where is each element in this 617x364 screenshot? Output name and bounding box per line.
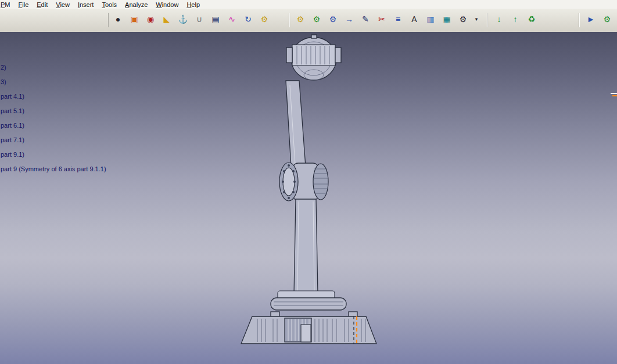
robot-elbow-joint xyxy=(279,163,328,201)
toolbar: ● ▣ ◉ ◣ ⚓ ∪ ▤ ∿ ↻ ⚙ ⚙ ⚙ ⚙ → ✎ ✂ ≡ A ▥ ▦ … xyxy=(0,9,617,33)
robot-wrist-head xyxy=(286,35,341,80)
paperclip-icon[interactable]: ∪ xyxy=(193,13,206,26)
table-grid-icon[interactable]: ▦ xyxy=(440,13,453,26)
gear-time-icon[interactable]: ⚙ xyxy=(327,13,339,26)
machine-gears-icon[interactable]: ⚙ xyxy=(601,13,614,26)
toolbar-separator xyxy=(108,13,109,27)
export-data-icon[interactable]: ↑ xyxy=(509,13,522,26)
anchor-icon[interactable]: ⚓ xyxy=(177,13,189,26)
tree-item[interactable]: part 9.1) xyxy=(1,151,24,158)
toolbar-group-view-tools: ● ▣ ◉ ◣ ⚓ ∪ ▤ ∿ ↻ ⚙ xyxy=(112,13,271,26)
camera-icon[interactable]: ◉ xyxy=(144,13,157,26)
toolbar-separator xyxy=(487,13,487,27)
menu-insert[interactable]: Insert xyxy=(74,1,99,9)
measure-triangle-icon[interactable]: ◣ xyxy=(160,13,173,26)
toolbar-group-right-tools: ► ⚙ xyxy=(584,13,614,26)
gears-icon[interactable]: ⚙ xyxy=(258,13,271,26)
doc-forward-icon[interactable]: → xyxy=(343,13,356,26)
robot-pedestal xyxy=(271,291,346,310)
toolbar-separator xyxy=(579,13,579,27)
storyboard-icon[interactable]: ▤ xyxy=(209,13,222,26)
text-annotation-icon[interactable]: A xyxy=(408,13,421,26)
gear-add-icon[interactable]: ⚙ xyxy=(310,13,323,26)
menu-analyze[interactable]: Analyze xyxy=(121,1,152,9)
tree-item[interactable]: part 7.1) xyxy=(1,136,24,144)
tree-item[interactable]: 3) xyxy=(1,78,6,86)
menu-help[interactable]: Help xyxy=(183,1,205,9)
toolbar-group-data-exchange: ↓ ↑ ♻ xyxy=(493,13,538,26)
curve-trace-icon[interactable]: ∿ xyxy=(225,13,238,26)
robot-column xyxy=(294,199,318,294)
cut-scissors-icon[interactable]: ✂ xyxy=(375,13,388,26)
shaded-sphere-icon[interactable]: ● xyxy=(112,13,124,26)
gear-settings-icon[interactable]: ⚙ xyxy=(457,13,469,26)
edit-pencil-icon[interactable]: ✎ xyxy=(359,13,372,26)
more-dropdown-arrow[interactable]: ▾ xyxy=(473,13,480,26)
menu-view[interactable]: View xyxy=(52,1,74,9)
toolbar-group-process-tools: ⚙ ⚙ ⚙ → ✎ ✂ ≡ A ▥ ▦ ⚙ ▾ xyxy=(294,13,480,26)
view-cube-icon[interactable]: ▣ xyxy=(128,13,141,26)
catia-window: PM File Edit View Insert Tools Analyze W… xyxy=(0,0,617,364)
menu-window[interactable]: Window xyxy=(152,1,183,9)
toolbar-separator xyxy=(289,13,289,27)
import-data-icon[interactable]: ↓ xyxy=(493,13,505,26)
edge-tick-white xyxy=(611,93,617,94)
menu-tools[interactable]: Tools xyxy=(98,1,121,9)
menu-bar: PM File Edit View Insert Tools Analyze W… xyxy=(0,0,617,9)
viewport-3d[interactable]: 2) 3) part 4.1) part 5.1) part 6.1) part… xyxy=(0,32,617,364)
menu-pm[interactable]: PM xyxy=(0,1,15,9)
menu-file[interactable]: File xyxy=(15,1,34,9)
tree-item[interactable]: part 5.1) xyxy=(1,107,24,115)
pointer-tool-icon[interactable]: ► xyxy=(584,13,597,26)
tree-item[interactable]: part 6.1) xyxy=(1,122,24,129)
copy-sheet-icon[interactable]: ▥ xyxy=(424,13,437,26)
refresh-data-icon[interactable]: ♻ xyxy=(525,13,538,26)
tree-item[interactable]: 2) xyxy=(1,64,6,71)
menu-edit[interactable]: Edit xyxy=(33,1,52,9)
spec-tree: 2) 3) part 4.1) part 5.1) part 6.1) part… xyxy=(0,32,151,206)
list-lines-icon[interactable]: ≡ xyxy=(392,13,404,26)
robot-base xyxy=(241,312,376,344)
update-swirl-icon[interactable]: ↻ xyxy=(242,13,254,26)
process-gear-icon[interactable]: ⚙ xyxy=(294,13,307,26)
tree-item[interactable]: part 9 (Symmetry of 6 axis part 9.1.1) xyxy=(1,165,106,173)
edge-tick-orange xyxy=(612,95,617,96)
robot-upper-arm xyxy=(286,81,306,167)
tree-item[interactable]: part 4.1) xyxy=(1,93,24,100)
